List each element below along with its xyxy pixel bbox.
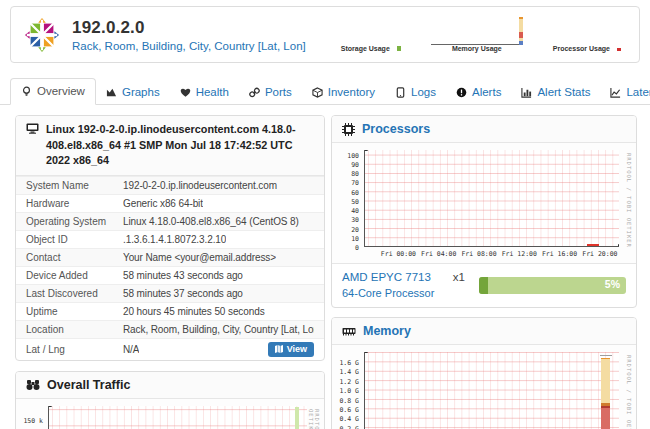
tablet-icon <box>395 87 406 98</box>
processor-usage-bar <box>617 48 621 51</box>
os-banner: Linux 192-0-2-0.ip.linodeusercontent.com… <box>46 122 314 169</box>
processor-usage-mini[interactable]: Processor Usage <box>553 45 621 52</box>
table-row: Device Added58 minutes 43 seconds ago <box>16 266 324 284</box>
box-icon <box>312 87 323 98</box>
device-ip-title: 192.0.2.0 <box>72 18 306 38</box>
tab-label: Ports <box>265 86 292 98</box>
system-info-panel: Linux 192-0-2-0.ip.linodeusercontent.com… <box>15 115 325 361</box>
overall-traffic-panel: Overall Traffic RRDTOOL / TOBI OETIKER 0… <box>15 371 325 429</box>
processor-usage-label: Processor Usage <box>553 45 610 52</box>
table-row-latlng: Lat / Lng N/A View <box>16 338 324 360</box>
cpu-chip-icon <box>342 123 355 136</box>
lightbulb-icon <box>21 86 32 97</box>
table-row: Last Discovered58 minutes 37 seconds ago <box>16 284 324 302</box>
tab-health[interactable]: Health <box>170 80 239 105</box>
tab-label: Graphs <box>122 86 160 98</box>
tab-label: Alert Stats <box>537 86 590 98</box>
tab-latency[interactable]: Latency <box>600 80 650 105</box>
tab-label: Health <box>196 86 229 98</box>
memory-usage-mini[interactable]: Memory Usage <box>431 17 523 52</box>
overall-traffic-graph[interactable]: RRDTOOL / TOBI OETIKER 050 k100 k150 k <box>16 399 324 429</box>
map-icon <box>275 345 283 353</box>
storage-usage-bar <box>397 46 401 51</box>
cpu-usage-progressbar: 5% <box>479 277 626 294</box>
memory-spark-bar <box>519 18 523 45</box>
line-chart-icon <box>610 87 621 98</box>
area-chart-icon <box>106 87 117 98</box>
tab-label: Inventory <box>328 86 375 98</box>
storage-usage-label: Storage Usage <box>341 45 390 52</box>
exclamation-circle-icon <box>456 87 467 98</box>
processors-panel: Processors RRDTOOL / TOBI OETIKER 010203… <box>331 115 637 308</box>
bar-chart-icon <box>521 87 532 98</box>
heart-icon <box>180 87 191 98</box>
processor-list-item: AMD EPYC 7713 x1 64-Core Processor 5% <box>332 263 636 307</box>
table-row: Uptime20 hours 45 minutes 50 seconds <box>16 302 324 320</box>
tab-alert-stats[interactable]: Alert Stats <box>511 80 600 105</box>
view-map-button[interactable]: View <box>268 342 314 357</box>
cpu-count: x1 <box>453 270 465 286</box>
memory-panel: Memory RRDTOOL / TOBI OETIKER 0.00.2 G0.… <box>331 317 637 429</box>
tab-overview[interactable]: Overview <box>10 78 96 105</box>
tab-label: Alerts <box>472 86 501 98</box>
table-row: HardwareGeneric x86 64-bit <box>16 194 324 212</box>
cpu-name-link[interactable]: AMD EPYC 7713 <box>342 270 431 286</box>
tab-logs[interactable]: Logs <box>385 80 446 105</box>
rrdtool-credit: RRDTOOL / TOBI OETIKER <box>626 355 632 429</box>
memory-spark-baseline <box>431 44 520 45</box>
rrdtool-credit: RRDTOOL / TOBI OETIKER <box>308 409 320 429</box>
table-row: LocationRack, Room, Building, City, Coun… <box>16 320 324 338</box>
device-tabbar: Overview Graphs Health Ports Inventory L… <box>0 72 650 105</box>
processors-title: Processors <box>362 122 430 136</box>
processors-graph[interactable]: RRDTOOL / TOBI OETIKER 01020304050607080… <box>332 143 636 263</box>
table-row: ContactYour Name <your@email.address> <box>16 248 324 266</box>
rrdtool-credit: RRDTOOL / TOBI OETIKER <box>626 153 632 248</box>
table-row: System Name192-0-2-0.ip.linodeuserconten… <box>16 176 324 194</box>
memory-usage-label: Memory Usage <box>452 45 502 52</box>
cpu-usage-percent: 5% <box>605 278 620 290</box>
storage-usage-mini[interactable]: Storage Usage <box>341 45 401 52</box>
tab-label: Latency <box>626 86 650 98</box>
cpu-description: 64-Core Processor <box>342 286 465 301</box>
link-icon <box>249 87 260 98</box>
memory-title: Memory <box>363 324 411 338</box>
tab-label: Overview <box>37 85 85 97</box>
table-row: Operating SystemLinux 4.18.0-408.el8.x86… <box>16 212 324 230</box>
tab-inventory[interactable]: Inventory <box>302 80 385 105</box>
table-row: Object ID.1.3.6.1.4.1.8072.3.2.10 <box>16 230 324 248</box>
device-header: 192.0.2.0 Rack, Room, Building, City, Co… <box>10 6 640 63</box>
memory-graph[interactable]: RRDTOOL / TOBI OETIKER 0.00.2 G0.4 G0.6 … <box>332 345 636 429</box>
tab-label: Logs <box>411 86 436 98</box>
device-location-link[interactable]: Rack, Room, Building, City, Country [Lat… <box>72 40 306 52</box>
traffic-title: Overall Traffic <box>47 378 130 392</box>
host-monitor-icon <box>26 123 39 134</box>
cpu-usage-fill <box>479 277 488 294</box>
tab-ports[interactable]: Ports <box>239 80 302 105</box>
tab-alerts[interactable]: Alerts <box>446 80 511 105</box>
tab-graphs[interactable]: Graphs <box>96 80 170 105</box>
binoculars-icon <box>26 379 40 391</box>
memory-ram-icon <box>342 326 356 337</box>
centos-logo <box>23 16 61 54</box>
